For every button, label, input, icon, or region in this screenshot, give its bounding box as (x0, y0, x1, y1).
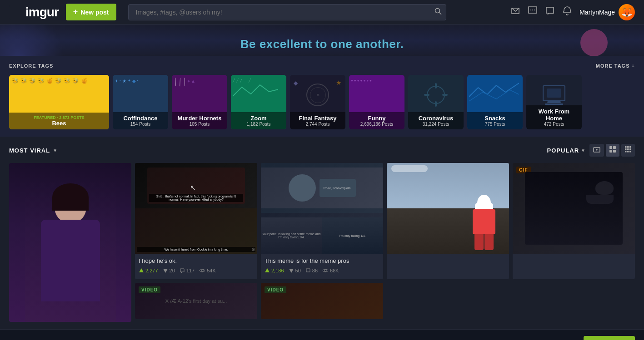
more-tags-link[interactable]: MORE TAGS + (596, 63, 635, 69)
search-button[interactable] (434, 8, 442, 17)
svg-point-26 (324, 270, 326, 271)
tag-funny-label: Funny 2,696,136 Posts (349, 112, 404, 129)
tag-final-fantasy-posts: 2,744 Posts (294, 122, 342, 127)
most-viral-dropdown[interactable]: MOST VIRAL ▼ (9, 147, 58, 154)
new-post-label: New post (80, 9, 109, 16)
view-slideshow-button[interactable] (589, 144, 604, 157)
tag-coronavirus-label: Coronavirus 31,224 Posts (408, 112, 464, 129)
post-2-views: 54K (199, 268, 216, 273)
svg-line-2 (439, 12, 441, 14)
messages-icon[interactable] (528, 6, 538, 18)
tag-card-bees[interactable]: 🐝🐝🐝🐝 🍯🐝🐝 🐝🍯 FEATURED · 2,873 Posts Bees (9, 75, 109, 129)
tag-work-from-home-name: Work From Home (530, 108, 578, 122)
popular-controls: POPULAR ▼ (547, 144, 635, 157)
slideshow-icon (593, 147, 600, 153)
header: imgur + New post (0, 0, 644, 25)
tag-coffindance-name: Coffindance (116, 115, 165, 122)
post-4-empty-info (387, 254, 509, 276)
tag-card-coronavirus[interactable]: Coronavirus 31,224 Posts (408, 75, 464, 129)
search-input[interactable] (128, 4, 446, 20)
inbox-icon[interactable] (510, 6, 520, 18)
post-3-title: This meme is for the meme pros (265, 257, 379, 265)
logo[interactable]: imgur (9, 5, 59, 20)
grid-large-icon (609, 146, 616, 153)
tag-final-fantasy-name: Final Fantasy (294, 115, 342, 122)
hero-section: Be excellent to one another. (0, 25, 644, 56)
tag-snacks-name: Snacks (471, 115, 519, 122)
svg-rect-16 (627, 148, 629, 150)
tag-card-work-from-home[interactable]: Work From Home 472 Posts (526, 75, 582, 129)
svg-rect-12 (625, 146, 627, 148)
tag-snacks-posts: 775 Posts (471, 122, 519, 127)
user-info[interactable]: MartynMage 🦊 (579, 4, 635, 20)
tag-bees-label: FEATURED · 2,873 Posts Bees (9, 113, 109, 129)
most-viral-label: MOST VIRAL (9, 147, 50, 154)
tag-coffindance-label: Coffindance 154 Posts (113, 112, 168, 129)
downvote-icon (163, 268, 168, 273)
avatar: 🦊 (619, 4, 635, 20)
popular-dropdown-arrow: ▼ (581, 148, 586, 153)
content-header: MOST VIRAL ▼ POPULAR ▼ (9, 144, 635, 157)
notifications-icon[interactable] (562, 6, 572, 18)
views-icon (199, 268, 205, 273)
post-3-comments: 86 (305, 268, 318, 273)
tag-card-final-fantasy[interactable]: ⚬ ★ ◆ Final Fantasy 2,744 Posts (290, 75, 345, 129)
tag-coffindance-posts: 154 Posts (116, 122, 165, 127)
logo-icon (9, 5, 24, 20)
chat-icon[interactable] (545, 6, 555, 18)
post-2-downs: 20 (163, 268, 175, 273)
tag-card-funny[interactable]: ● ● ● ● ● ● ● Funny 2,696,136 Posts (349, 75, 404, 129)
view-grid-large-button[interactable] (606, 144, 619, 157)
svg-marker-21 (139, 268, 144, 272)
post-3-info: This meme is for the meme pros 2,186 50 … (261, 254, 383, 277)
search-bar (128, 4, 446, 20)
post-3-ups: 2,186 (265, 268, 284, 273)
post-6-badge: VIDEO (139, 286, 160, 293)
popular-label-text: POPULAR (547, 147, 579, 154)
svg-marker-24 (265, 268, 270, 272)
svg-rect-10 (609, 150, 612, 153)
search-icon (434, 8, 442, 15)
post-card-6[interactable]: VIDEO X /Æ A-12's first day at su... (135, 283, 257, 319)
svg-rect-0 (9, 5, 24, 20)
post-3-views: 68K (322, 268, 339, 273)
svg-rect-9 (613, 146, 616, 149)
svg-marker-7 (596, 149, 598, 151)
svg-point-3 (530, 10, 531, 10)
tag-coronavirus-name: Coronavirus (412, 115, 460, 122)
footer: © 2020 Imgur, Inc About Emerald Press Bl… (0, 329, 644, 340)
post-card-3[interactable]: Rose, I can explain. Your panel is takin… (261, 163, 383, 279)
content-area: MOST VIRAL ▼ POPULAR ▼ (0, 137, 644, 329)
viral-dropdown-arrow: ▼ (53, 148, 58, 153)
explore-tags-title: EXPLORE TAGS (9, 63, 53, 69)
post-card-1[interactable] (9, 163, 131, 322)
post-card-5[interactable]: GIF (513, 163, 635, 279)
post-card-2[interactable]: VIDEO Shit... that's not normal. In fact… (135, 163, 257, 279)
tag-bees-name: Bees (13, 120, 105, 127)
post-card-7[interactable]: VIDEO (261, 283, 383, 319)
tag-card-zoom[interactable]: ╱ ╱ ╱ — ╱ Zoom 1,182 Posts (231, 75, 286, 129)
svg-rect-8 (609, 146, 612, 149)
post-card-4[interactable]: VIDEO (387, 163, 509, 279)
view-grid-small-button[interactable] (621, 144, 635, 157)
tag-zoom-name: Zoom (235, 115, 283, 122)
tag-card-snacks[interactable]: Snacks 775 Posts (467, 75, 523, 129)
svg-rect-11 (613, 150, 616, 153)
svg-marker-25 (289, 269, 294, 273)
tag-card-coffindance[interactable]: ✦• ★✦ ◆• Coffindance 154 Posts (113, 75, 168, 129)
get-app-button[interactable]: Get the App (584, 336, 635, 340)
tag-final-fantasy-label: Final Fantasy 2,744 Posts (290, 112, 345, 129)
post-2-comments: 117 (180, 268, 195, 273)
logo-text: imgur (25, 5, 59, 20)
popular-dropdown[interactable]: POPULAR ▼ (547, 147, 586, 154)
plus-icon: + (73, 7, 78, 17)
tag-work-from-home-posts: 472 Posts (530, 122, 578, 127)
svg-rect-13 (627, 146, 629, 148)
tag-murder-hornets-name: Murder Hornets (175, 115, 224, 122)
post-2-stats: 2,277 20 117 54K (139, 268, 254, 273)
svg-point-23 (201, 270, 203, 271)
tag-card-murder-hornets[interactable]: ╱ ╲ ╱ ● ▲ Murder Hornets 105 Posts (172, 75, 227, 129)
post-2-info: I hope he's ok. 2,277 20 117 (135, 254, 257, 277)
new-post-button[interactable]: + New post (66, 4, 116, 20)
comment-icon (180, 268, 185, 273)
